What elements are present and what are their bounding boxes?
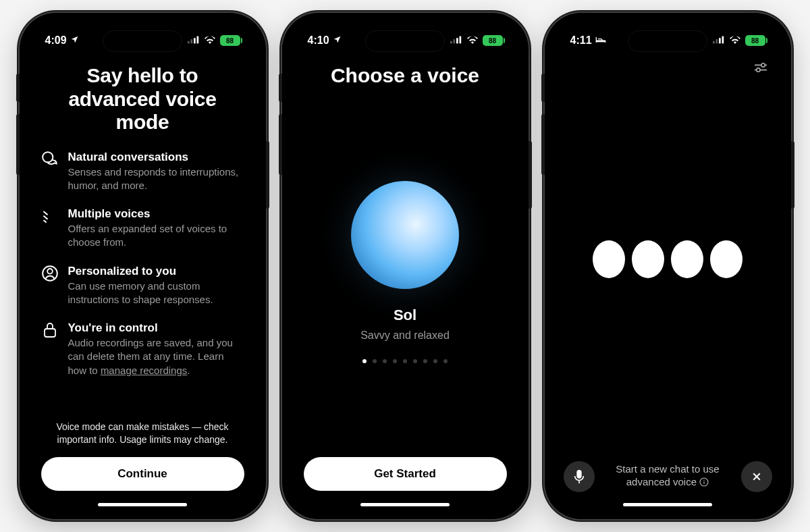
page-dot[interactable] [443,359,448,363]
feature-desc: Audio recordings are saved, and you can … [68,336,244,377]
person-icon [41,265,59,282]
page-dot[interactable] [423,359,427,363]
svg-rect-8 [450,41,452,44]
page-dot[interactable] [373,359,377,363]
volume-buttons [279,74,282,102]
svg-rect-2 [194,38,196,43]
feature-title: Personalized to you [68,265,244,278]
page-dot[interactable] [433,359,437,363]
phone-frame-3: 4:11 88 [545,13,791,519]
feature-desc: Can use memory and custom instructions t… [68,280,244,307]
wave-dot [632,240,664,278]
svg-rect-21 [576,470,581,479]
dynamic-island [365,30,445,52]
battery-indicator: 88 [483,35,503,46]
svg-rect-15 [719,38,721,43]
dynamic-island [103,30,182,52]
page-dot[interactable] [413,359,417,363]
svg-point-18 [761,63,764,67]
svg-rect-0 [188,41,190,44]
settings-sliders-icon[interactable] [753,61,768,76]
screen-2: 4:10 88 Choose a voice Sol Savvy a [290,21,520,511]
status-time: 4:11 [570,34,592,47]
feature-list: Natural conversations Senses and respond… [41,151,244,377]
feature-title: You're in control [68,321,244,335]
volume-buttons [16,74,20,102]
wave-dot [710,240,742,278]
wifi-icon [729,34,741,47]
cellular-icon [450,34,462,47]
volume-buttons [541,74,545,102]
voice-picker[interactable]: Sol Savvy and relaxed [304,87,507,457]
feature-item: You're in control Audio recordings are s… [41,321,244,377]
get-started-button[interactable]: Get Started [304,457,507,491]
voice-orb[interactable] [351,181,459,289]
svg-rect-16 [722,36,724,44]
location-arrow-icon [333,34,342,47]
lock-icon [41,321,59,339]
cellular-icon [713,34,725,47]
svg-point-20 [756,68,759,72]
phone-frame-2: 4:10 88 Choose a voice Sol Savvy a [282,13,529,519]
svg-rect-1 [190,39,192,43]
info-icon[interactable] [699,477,709,490]
waves-icon [41,207,59,225]
page-dot[interactable] [383,359,387,363]
page-title: Say hello to advanced voice mode [41,64,244,134]
screen-3: 4:11 88 [553,21,783,511]
disclaimer-text: Voice mode can make mistakes — check imp… [41,421,244,446]
location-arrow-icon [70,34,79,47]
svg-rect-14 [716,39,718,43]
wifi-icon [204,34,216,47]
home-indicator[interactable] [553,498,783,511]
status-time: 4:09 [45,34,67,47]
svg-rect-10 [456,38,458,43]
home-indicator[interactable] [290,498,520,511]
wave-dot [671,240,703,278]
page-dot[interactable] [362,359,367,363]
svg-point-6 [47,268,53,273]
wifi-icon [466,34,479,47]
feature-title: Multiple voices [68,207,244,221]
page-dot[interactable] [393,359,397,363]
bed-icon [595,34,606,47]
manage-recordings-link[interactable]: manage recordings [101,365,187,376]
page-dots[interactable] [362,359,448,363]
cellular-icon [188,34,200,47]
voice-waveform [553,57,783,461]
voice-name: Sol [394,307,416,324]
feature-item: Personalized to you Can use memory and c… [41,265,244,307]
battery-indicator: 88 [220,35,240,46]
battery-indicator: 88 [745,35,765,46]
page-title: Choose a voice [304,64,507,87]
svg-point-4 [43,152,53,162]
svg-rect-9 [453,39,455,43]
feature-item: Multiple voices Offers an expanded set o… [41,207,244,250]
screen-1: 4:09 88 Say hello to advanced voice mode [28,21,258,511]
svg-rect-11 [459,36,461,44]
voice-bottom-bar: Start a new chat to use advanced voice [553,461,783,498]
voice-tagline: Savvy and relaxed [360,329,450,342]
close-button[interactable] [741,461,772,492]
chat-icon [41,151,59,168]
svg-rect-3 [196,36,198,44]
home-indicator[interactable] [28,498,258,511]
feature-desc: Senses and responds to interruptions, hu… [68,165,244,193]
phone-frame-1: 4:09 88 Say hello to advanced voice mode [20,13,266,519]
page-dot[interactable] [403,359,407,363]
dynamic-island [628,30,707,52]
svg-rect-7 [45,329,55,337]
feature-desc: Offers an expanded set of voices to choo… [68,222,244,250]
status-time: 4:10 [308,34,329,47]
svg-rect-13 [713,41,715,44]
feature-title: Natural conversations [68,151,244,164]
svg-rect-12 [596,41,605,43]
wave-dot [593,240,625,278]
mic-button[interactable] [564,461,595,492]
svg-point-24 [704,480,705,481]
continue-button[interactable]: Continue [41,457,244,491]
status-message: Start a new chat to use advanced voice [604,463,732,490]
feature-item: Natural conversations Senses and respond… [41,151,244,193]
